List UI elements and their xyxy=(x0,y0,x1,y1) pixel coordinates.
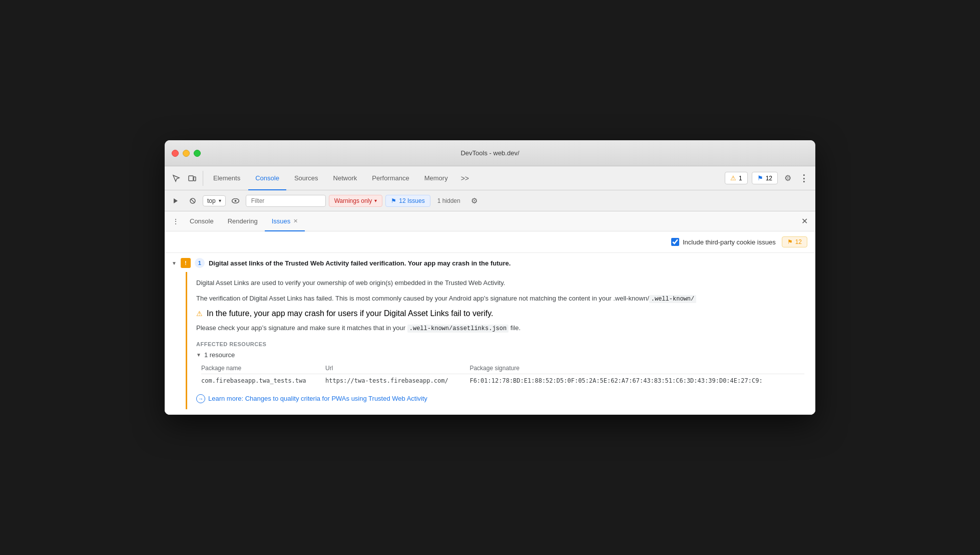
tab-panel-console[interactable]: Console xyxy=(183,211,221,231)
table-row: com.firebaseapp.twa_tests.twa https://tw… xyxy=(201,374,804,387)
learn-more-text: Learn more: Changes to quality criteria … xyxy=(208,395,427,402)
close-button[interactable] xyxy=(172,150,179,157)
cell-url: https://twa-tests.firebaseapp.com/ xyxy=(325,374,469,387)
eye-icon-button[interactable] xyxy=(229,194,243,208)
resource-table: Package name Url Package signature com.f… xyxy=(201,363,804,387)
tab-panel-rendering[interactable]: Rendering xyxy=(221,211,265,231)
device-toolbar-button[interactable] xyxy=(185,171,200,186)
cell-package-name: com.firebaseapp.twa_tests.twa xyxy=(201,374,325,387)
issue-para1: Digital Asset Links are used to verify y… xyxy=(196,278,799,289)
warning-badge[interactable]: ⚠ 1 xyxy=(725,172,748,184)
gear-icon: ⚙ xyxy=(784,173,791,183)
issue-body: Digital Asset Links are used to verify y… xyxy=(186,272,808,409)
issue-header[interactable]: ▼ ! 1 Digital asset links of the Trusted… xyxy=(172,258,808,268)
more-tabs-button[interactable]: >> xyxy=(456,174,474,182)
issues-badge[interactable]: ⚑ 12 Issues xyxy=(385,195,430,207)
cell-signature: F6:01:12:78:BD:E1:88:52:D5:0F:05:2A:5E:6… xyxy=(469,374,804,387)
panel-tabs: ⋮ Console Rendering Issues ✕ ✕ xyxy=(165,211,815,231)
svg-rect-1 xyxy=(194,177,196,181)
assetlinks-code: .well-known/assetlinks.json xyxy=(407,325,509,333)
warning-triangle-icon: ⚠ xyxy=(196,310,203,318)
toolbar-divider-1 xyxy=(203,171,203,186)
devtools-toolbar: Elements Console Sources Network Perform… xyxy=(165,166,815,190)
tab-performance[interactable]: Performance xyxy=(365,166,416,190)
resource-toggle-arrow: ▼ xyxy=(196,352,201,358)
panel-close-button[interactable]: ✕ xyxy=(797,214,811,228)
issues-flag-icon: ⚑ xyxy=(391,197,396,204)
warnings-dropdown[interactable]: Warnings only ▾ xyxy=(329,195,383,207)
issue-item: ▼ ! 1 Digital asset links of the Trusted… xyxy=(165,253,815,414)
window-controls xyxy=(172,150,201,157)
svg-line-4 xyxy=(191,199,195,203)
settings-button[interactable]: ⚙ xyxy=(780,171,795,186)
tab-console[interactable]: Console xyxy=(248,166,286,190)
third-party-cookie-checkbox[interactable] xyxy=(671,238,679,246)
more-icon: ⋮ xyxy=(799,173,808,184)
third-party-cookie-text: Include third-party cookie issues xyxy=(683,238,776,246)
issues-toolbar-badge[interactable]: ⚑ 12 xyxy=(752,172,778,184)
third-party-cookie-label[interactable]: Include third-party cookie issues xyxy=(671,238,776,246)
issue-count-circle: 1 xyxy=(195,258,205,268)
issues-count-badge: ⚑ 12 xyxy=(782,236,807,247)
tab-network[interactable]: Network xyxy=(326,166,364,190)
chevron-down-icon: ▾ xyxy=(219,198,221,203)
resource-toggle[interactable]: ▼ 1 resource xyxy=(196,351,799,359)
run-script-button[interactable] xyxy=(169,194,183,208)
affected-resources-title: AFFECTED RESOURCES xyxy=(196,341,799,347)
svg-marker-2 xyxy=(174,198,178,203)
devtools-toolbar2: top ▾ Warnings only ▾ ⚑ 12 Issues 1 hidd… xyxy=(165,190,815,211)
warning-icon: ⚠ xyxy=(730,174,736,182)
svg-rect-0 xyxy=(189,176,193,181)
flag-icon: ⚑ xyxy=(757,174,763,182)
devtools-body: Elements Console Sources Network Perform… xyxy=(165,166,815,414)
issue-para2: The verification of Digital Asset Links … xyxy=(196,294,799,304)
warnings-chevron-icon: ▾ xyxy=(374,198,377,203)
three-dots-icon: ⋮ xyxy=(172,217,179,225)
console-gear-icon: ⚙ xyxy=(471,196,477,205)
console-settings-button[interactable]: ⚙ xyxy=(467,194,481,208)
affected-resources: AFFECTED RESOURCES ▼ 1 resource Package … xyxy=(196,341,799,387)
issues-tab-close-button[interactable]: ✕ xyxy=(293,218,298,224)
minimize-button[interactable] xyxy=(183,150,190,157)
devtools-window: DevTools - web.dev/ Elements Console Sou… xyxy=(165,140,815,414)
tab-memory[interactable]: Memory xyxy=(417,166,455,190)
hidden-count: 1 hidden xyxy=(433,197,464,204)
inspect-element-button[interactable] xyxy=(169,171,184,186)
warnings-label: Warnings only xyxy=(334,197,372,204)
svg-point-6 xyxy=(235,200,237,202)
issues-total-count: 12 xyxy=(795,238,802,245)
tab-elements[interactable]: Elements xyxy=(206,166,247,190)
tab-panel-issues[interactable]: Issues ✕ xyxy=(265,211,305,231)
title-bar: DevTools - web.dev/ xyxy=(165,140,815,166)
window-title: DevTools - web.dev/ xyxy=(460,149,519,157)
issues-count-label: 12 Issues xyxy=(399,197,424,204)
issues-header: Include third-party cookie issues ⚑ 12 xyxy=(165,231,815,253)
col-package-name: Package name xyxy=(201,363,325,374)
col-signature: Package signature xyxy=(469,363,804,374)
context-value: top xyxy=(207,197,216,204)
issue-para3: Please check your app’s signature and ma… xyxy=(196,323,799,334)
issues-warning-icon: ⚑ xyxy=(787,238,793,245)
panel-menu-button[interactable]: ⋮ xyxy=(169,214,183,228)
circle-arrow-icon: → xyxy=(196,394,205,403)
issues-content: ▼ ! 1 Digital asset links of the Trusted… xyxy=(165,253,815,414)
col-url: Url xyxy=(325,363,469,374)
issue-toggle-arrow[interactable]: ▼ xyxy=(172,260,177,266)
issues-toolbar-count: 12 xyxy=(766,175,772,182)
close-icon: ✕ xyxy=(801,216,808,226)
issue-warning-text: In the future, your app may crash for us… xyxy=(207,309,493,318)
clear-console-button[interactable] xyxy=(186,194,200,208)
context-selector[interactable]: top ▾ xyxy=(203,195,226,206)
maximize-button[interactable] xyxy=(194,150,201,157)
issue-title: Digital asset links of the Trusted Web A… xyxy=(209,259,511,267)
warning-count: 1 xyxy=(739,175,742,182)
resource-count-label: 1 resource xyxy=(204,351,235,359)
learn-more-link[interactable]: → Learn more: Changes to quality criteri… xyxy=(196,394,799,403)
more-options-button[interactable]: ⋮ xyxy=(796,171,811,186)
issue-warning-icon: ! xyxy=(181,258,191,268)
tab-sources[interactable]: Sources xyxy=(287,166,325,190)
issue-warning-line: ⚠ In the future, your app may crash for … xyxy=(196,309,799,318)
well-known-code: .well-known/ xyxy=(649,295,696,303)
filter-input[interactable] xyxy=(246,195,326,207)
bottom-panel: ⋮ Console Rendering Issues ✕ ✕ xyxy=(165,211,815,414)
